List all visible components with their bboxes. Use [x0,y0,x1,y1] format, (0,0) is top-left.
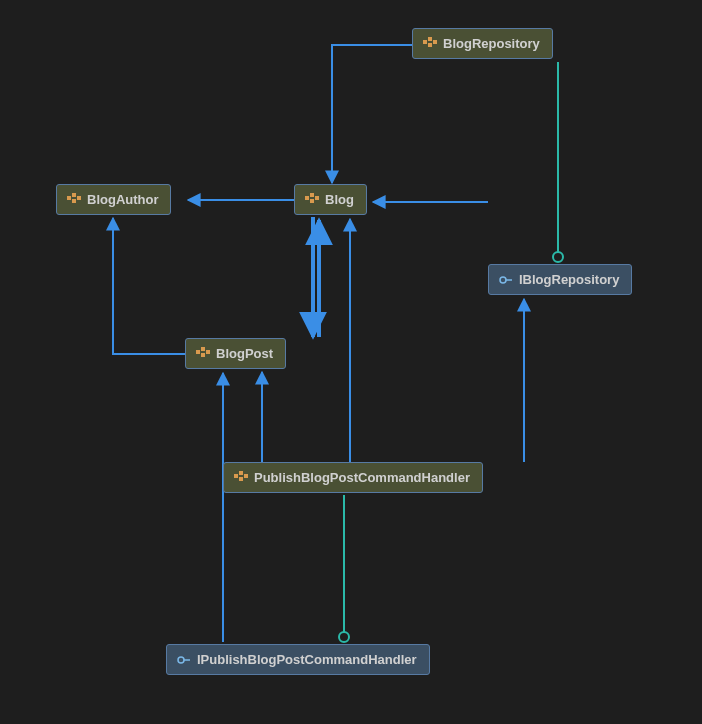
node-label: Blog [325,192,354,207]
class-icon [305,193,319,207]
svg-point-14 [500,277,506,283]
node-label: BlogPost [216,346,273,361]
node-publishHandler[interactable]: PublishBlogPostCommandHandler [223,462,483,493]
class-icon [234,471,248,485]
svg-rect-22 [239,477,243,481]
svg-point-0 [553,252,563,262]
class-icon [423,37,437,51]
svg-rect-3 [428,37,432,41]
svg-rect-17 [201,347,205,351]
node-label: BlogAuthor [87,192,158,207]
svg-point-24 [178,657,184,663]
edge-blogPost-blogAuthor [113,218,185,354]
node-blogRepository[interactable]: BlogRepository [412,28,553,59]
node-blogAuthor[interactable]: BlogAuthor [56,184,171,215]
node-label: BlogRepository [443,36,540,51]
svg-rect-18 [201,353,205,357]
svg-point-1 [339,632,349,642]
svg-rect-12 [310,199,314,203]
node-iBlogRepository[interactable]: IBlogRepository [488,264,632,295]
svg-rect-5 [433,40,437,44]
svg-rect-23 [244,474,248,478]
node-label: IBlogRepository [519,272,619,287]
node-label: PublishBlogPostCommandHandler [254,470,470,485]
connectors-layer [0,0,702,724]
node-blogPost[interactable]: BlogPost [185,338,286,369]
edge-blogRepository-blog [332,45,412,183]
svg-rect-2 [423,40,427,44]
svg-rect-13 [315,196,319,200]
svg-rect-11 [310,193,314,197]
interface-icon [177,653,191,667]
node-label: IPublishBlogPostCommandHandler [197,652,417,667]
svg-rect-4 [428,43,432,47]
class-icon [67,193,81,207]
svg-rect-19 [206,350,210,354]
class-icon [196,347,210,361]
svg-rect-10 [305,196,309,200]
svg-rect-7 [72,193,76,197]
svg-rect-20 [234,474,238,478]
svg-rect-16 [196,350,200,354]
interface-icon [499,273,513,287]
svg-rect-9 [77,196,81,200]
svg-rect-8 [72,199,76,203]
diagram-canvas[interactable]: BlogRepository BlogAuthor Blog IBlogRepo… [0,0,702,724]
node-iPublishHandler[interactable]: IPublishBlogPostCommandHandler [166,644,430,675]
svg-rect-6 [67,196,71,200]
svg-rect-21 [239,471,243,475]
node-blog[interactable]: Blog [294,184,367,215]
